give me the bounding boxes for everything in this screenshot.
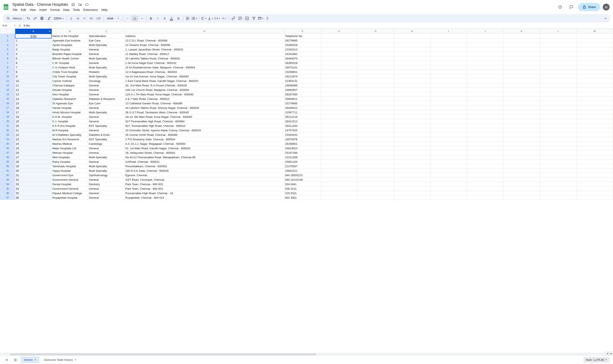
cell[interactable]: 24992607: [284, 88, 321, 92]
cell[interactable]: Park Town, Chennai - 600 003.: [125, 186, 285, 191]
cell[interactable]: [503, 164, 540, 169]
cell[interactable]: 43. 2nd Main Road. R.A.Puram Chennai - 6…: [125, 83, 285, 88]
row-header[interactable]: 17: [0, 106, 15, 110]
cell[interactable]: [467, 38, 504, 43]
cell[interactable]: [467, 159, 504, 164]
cell[interactable]: [540, 43, 576, 47]
cell[interactable]: [576, 70, 613, 74]
cell[interactable]: [540, 137, 576, 142]
cell[interactable]: [540, 173, 576, 178]
cell[interactable]: [394, 146, 430, 151]
cell[interactable]: 17: [15, 110, 52, 115]
cell[interactable]: 23263033: [284, 133, 321, 137]
text-wrap-icon[interactable]: ▼: [214, 15, 221, 22]
cell[interactable]: [467, 97, 504, 101]
cell[interactable]: 7: [15, 65, 52, 70]
cell[interactable]: 24757925: [284, 128, 321, 133]
cloud-icon[interactable]: [85, 2, 89, 7]
decrease-decimal-icon[interactable]: .0←: [82, 15, 88, 22]
cell[interactable]: 1. Lawyer Janardhan Street. Chennai - 60…: [125, 47, 285, 52]
row-header[interactable]: 4: [0, 47, 15, 52]
cell[interactable]: [467, 61, 504, 65]
cell[interactable]: [357, 191, 394, 195]
cell[interactable]: [503, 70, 540, 74]
cell[interactable]: [357, 52, 394, 56]
cell[interactable]: [357, 142, 394, 146]
horizontal-scrollbar[interactable]: [0, 353, 613, 355]
cell[interactable]: [467, 34, 504, 38]
cell[interactable]: 22312288: [284, 155, 321, 159]
cell[interactable]: 26, Vellayudan Street, Chennai - 600001: [125, 151, 285, 155]
cell[interactable]: [430, 178, 467, 182]
cell[interactable]: Telephone No.: [284, 34, 321, 38]
cell[interactable]: [394, 65, 430, 70]
cell[interactable]: [394, 155, 430, 159]
cell[interactable]: [430, 191, 467, 195]
cell[interactable]: Hindu Mission Hospital: [52, 110, 88, 115]
cell[interactable]: 25: [15, 146, 52, 151]
cell[interactable]: [540, 155, 576, 159]
cell[interactable]: Madras Ent Research: [52, 137, 88, 142]
cell[interactable]: [321, 43, 357, 47]
cell[interactable]: 1: [15, 38, 52, 43]
cell[interactable]: [394, 74, 430, 79]
cell[interactable]: [430, 43, 467, 47]
row-header[interactable]: 13: [0, 88, 15, 92]
cell[interactable]: [540, 74, 576, 79]
cell[interactable]: [430, 128, 467, 133]
cell[interactable]: 24: [15, 142, 52, 146]
cell[interactable]: Multi-Specialty: [88, 74, 125, 79]
cell[interactable]: [430, 151, 467, 155]
cell[interactable]: [321, 133, 357, 137]
cell[interactable]: [540, 83, 576, 88]
menu-view[interactable]: View: [28, 7, 38, 13]
cell[interactable]: [394, 169, 430, 173]
cell[interactable]: 5: [15, 56, 52, 61]
cell[interactable]: [467, 52, 504, 56]
cell[interactable]: [357, 70, 394, 74]
cell[interactable]: 26411444: [284, 124, 321, 128]
cell[interactable]: Government General: [52, 178, 88, 182]
cell[interactable]: [576, 101, 613, 106]
cell[interactable]: 43 Lakshmi Talkies Road, Chennai - 60003…: [125, 56, 285, 61]
cell[interactable]: [394, 101, 430, 106]
cell[interactable]: [540, 79, 576, 83]
cell[interactable]: [430, 92, 467, 97]
cell[interactable]: [467, 164, 504, 169]
cell[interactable]: [321, 115, 357, 119]
cell[interactable]: [467, 92, 504, 97]
cell[interactable]: 180 N.S.K.Salai, Chennai - 600026: [125, 169, 285, 173]
cell[interactable]: [394, 164, 430, 169]
cell[interactable]: [357, 146, 394, 151]
cell[interactable]: [540, 124, 576, 128]
cell[interactable]: Poonamallee High Road. Chennai - 10.: [125, 191, 285, 195]
cell[interactable]: General: [88, 119, 125, 124]
cell[interactable]: [467, 43, 504, 47]
cell[interactable]: [357, 106, 394, 110]
cell[interactable]: [540, 133, 576, 137]
cell[interactable]: [321, 169, 357, 173]
cell[interactable]: 26259801: [284, 142, 321, 146]
cell[interactable]: 31: [15, 173, 52, 178]
cell[interactable]: [467, 110, 504, 115]
cell[interactable]: [321, 159, 357, 164]
paint-format-icon[interactable]: [46, 15, 52, 22]
cell[interactable]: [467, 56, 504, 61]
row-header[interactable]: 8: [0, 65, 15, 70]
cell[interactable]: [540, 88, 576, 92]
cell[interactable]: M.R.Hospital: [52, 128, 88, 133]
cell[interactable]: [503, 155, 540, 159]
cell[interactable]: GARoad. Chennai - 600021: [125, 159, 285, 164]
cell[interactable]: [430, 110, 467, 115]
cell[interactable]: [394, 151, 430, 155]
cell[interactable]: 26267000: [284, 92, 321, 97]
cell[interactable]: [321, 97, 357, 101]
cell[interactable]: [321, 119, 357, 124]
cell[interactable]: [357, 159, 394, 164]
cell[interactable]: 44 Lakshmi Talkies Road. Shenoy Nagar, C…: [125, 106, 285, 110]
cell[interactable]: [540, 97, 576, 101]
cell[interactable]: [394, 97, 430, 101]
cell[interactable]: 2 P.S.Sivasamy Salai. Chennai - 600004: [125, 137, 285, 142]
cell[interactable]: [540, 101, 576, 106]
cell[interactable]: [430, 70, 467, 74]
